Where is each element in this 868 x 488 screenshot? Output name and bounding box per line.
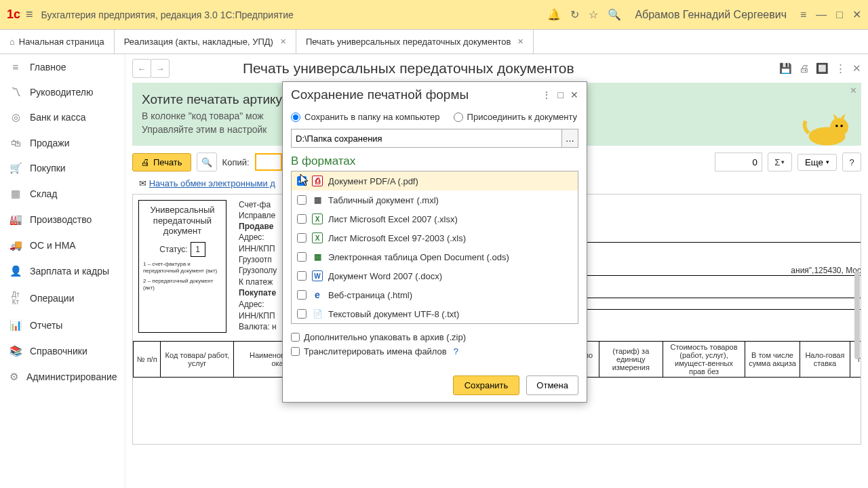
checkbox[interactable] [297, 176, 307, 186]
search-icon[interactable]: 🔍 [608, 8, 621, 21]
sidebar-label: Покупки [30, 163, 66, 174]
tab-home[interactable]: ⌂ Начальная страница [0, 30, 115, 54]
back-button[interactable]: ← [132, 59, 151, 78]
format-xlsx[interactable]: XЛист Microsoft Excel 2007 (.xlsx) [292, 209, 578, 228]
sidebar-label: Главное [30, 62, 66, 73]
save-dialog: Сохранение печатной формы ⋮ □ ✕ Сохранит… [282, 81, 587, 403]
tab-label: Реализация (акты, накладные, УПД) [124, 37, 273, 47]
radio-attach-doc[interactable]: Присоединить к документу [454, 112, 578, 122]
checkbox[interactable] [297, 309, 307, 319]
sidebar-item-salary[interactable]: 👤Зарплата и кадры [0, 258, 125, 284]
svg-point-5 [840, 125, 843, 127]
sidebar-item-bank[interactable]: ◎Банк и касса [0, 104, 125, 130]
sidebar: ≡Главное 〽Руководителю ◎Банк и касса 🛍Пр… [0, 54, 125, 488]
bell-icon[interactable]: 🔔 [547, 8, 561, 21]
browse-button[interactable]: … [562, 129, 578, 148]
print-label: Печать [153, 157, 182, 167]
checkbox[interactable] [297, 271, 307, 281]
format-mxl[interactable]: ▦Табличный документ (.mxl) [292, 190, 578, 209]
print-button[interactable]: 🖨 Печать [132, 153, 191, 171]
exchange-link[interactable]: Начать обмен электронными д [149, 178, 275, 188]
sidebar-item-assets[interactable]: 🚚ОС и НМА [0, 232, 125, 258]
banner-close-icon[interactable]: ✕ [850, 85, 857, 96]
extra-options: Дополнительно упаковать в архив (.zip) Т… [291, 332, 578, 357]
factory-icon: 🏭 [9, 214, 22, 226]
save-icon[interactable]: 💾 [779, 62, 792, 75]
copies-input[interactable] [255, 153, 282, 171]
sidebar-label: Банк и касса [30, 112, 85, 123]
scrollbar[interactable] [854, 271, 860, 359]
minimize-icon[interactable]: — [816, 9, 827, 21]
forward-button[interactable]: → [151, 59, 170, 78]
sidebar-label: Продажи [30, 138, 69, 148]
sum-value[interactable] [715, 152, 762, 171]
more-icon[interactable]: ⋮ [835, 62, 846, 75]
cancel-button[interactable]: Отмена [526, 375, 578, 395]
excel-icon: X [312, 232, 323, 243]
radio-save-folder[interactable]: Сохранить в папку на компьютер [291, 112, 440, 122]
translit-checkbox[interactable]: Транслитерировать имена файлов? [291, 346, 578, 357]
checkbox[interactable] [297, 290, 307, 300]
checkbox[interactable] [297, 252, 307, 262]
format-docx[interactable]: WДокумент Word 2007 (.docx) [292, 266, 578, 285]
user-dropdown-icon[interactable]: ≡ [800, 9, 806, 21]
more-button[interactable]: Еще ▾ [797, 154, 837, 171]
home-icon: ⌂ [9, 37, 15, 47]
checkbox[interactable] [291, 333, 300, 342]
sidebar-item-operations[interactable]: ДтКтОперации [0, 284, 125, 312]
format-txt[interactable]: 📄Текстовый документ UTF-8 (.txt) [292, 304, 578, 323]
sidebar-item-reports[interactable]: 📊Отчеты [0, 312, 125, 338]
tab-close-icon[interactable]: ✕ [517, 37, 524, 46]
sidebar-item-manager[interactable]: 〽Руководителю [0, 79, 125, 104]
sidebar-item-directories[interactable]: 📚Справочники [0, 338, 125, 364]
sigma-button[interactable]: Σ ▾ [768, 152, 792, 171]
status-label: Статус: [159, 245, 187, 254]
format-pdf[interactable]: ⎙Документ PDF/A (.pdf) [292, 171, 578, 190]
help-button[interactable]: ? [842, 152, 861, 171]
checkbox[interactable] [297, 233, 307, 243]
dialog-maximize-icon[interactable]: □ [558, 89, 564, 100]
print-icon[interactable]: 🖨 [799, 62, 809, 75]
note-2: 2 – передаточный документ (акт) [143, 278, 222, 291]
user-name[interactable]: Абрамов Геннадий Сергеевич [635, 9, 787, 21]
sidebar-item-warehouse[interactable]: ▦Склад [0, 181, 125, 207]
sidebar-item-sales[interactable]: 🛍Продажи [0, 130, 125, 155]
star-icon[interactable]: ☆ [589, 8, 598, 21]
close-icon[interactable]: ✕ [852, 8, 861, 21]
preview-icon[interactable]: 🔲 [816, 62, 829, 75]
tab-realization[interactable]: Реализация (акты, накладные, УПД) ✕ [115, 30, 296, 54]
menu-icon: ≡ [9, 61, 22, 73]
pdf-icon: ⎙ [312, 176, 323, 186]
format-xls[interactable]: XЛист Microsoft Excel 97-2003 (.xls) [292, 228, 578, 247]
format-html[interactable]: eВеб-страница (.html) [292, 285, 578, 304]
excel-icon: X [312, 214, 323, 224]
dialog-header: Сохранение печатной формы ⋮ □ ✕ [283, 82, 587, 108]
dialog-close-icon[interactable]: ✕ [570, 89, 578, 100]
sidebar-item-main[interactable]: ≡Главное [0, 54, 125, 79]
save-button[interactable]: Сохранить [453, 375, 520, 395]
tab-close-icon[interactable]: ✕ [280, 37, 286, 46]
html-icon: e [312, 289, 323, 300]
sidebar-item-admin[interactable]: ⚙Администрирование [0, 364, 125, 390]
zip-checkbox[interactable]: Дополнительно упаковать в архив (.zip) [291, 332, 578, 342]
format-ods[interactable]: ▦Электронная таблица Open Document (.ods… [292, 247, 578, 266]
radio-input[interactable] [291, 113, 300, 122]
tab-upd-print[interactable]: Печать универсальных передаточных докуме… [296, 30, 534, 54]
close-content-icon[interactable]: ✕ [852, 62, 861, 75]
preview-button[interactable]: 🔍 [197, 152, 217, 171]
sidebar-label: Зарплата и кадры [30, 266, 109, 277]
dialog-menu-icon[interactable]: ⋮ [542, 89, 551, 100]
path-input[interactable] [291, 129, 562, 148]
checkbox[interactable] [297, 214, 307, 224]
checkbox[interactable] [297, 195, 307, 205]
radio-input[interactable] [454, 113, 463, 122]
sidebar-label: Справочники [30, 346, 87, 357]
sidebar-item-production[interactable]: 🏭Производство [0, 207, 125, 232]
svg-point-1 [830, 118, 848, 136]
history-icon[interactable]: ↻ [570, 8, 579, 21]
sidebar-item-purchases[interactable]: 🛒Покупки [0, 155, 125, 181]
checkbox[interactable] [291, 347, 300, 356]
maximize-icon[interactable]: □ [836, 9, 843, 21]
help-icon[interactable]: ? [454, 346, 458, 357]
menu-icon[interactable]: ≡ [26, 7, 33, 22]
